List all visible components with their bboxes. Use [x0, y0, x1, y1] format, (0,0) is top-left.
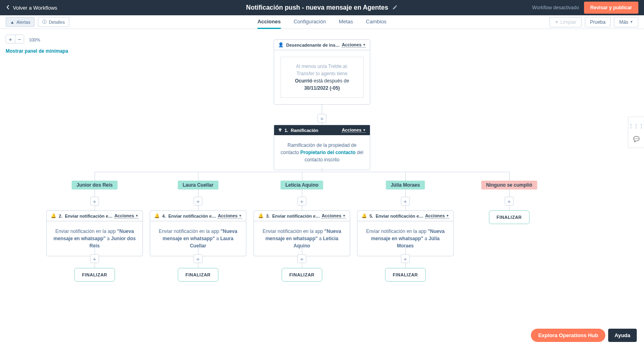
magic-icon: ✦	[555, 19, 559, 25]
connector	[509, 172, 510, 181]
grid-icon[interactable]: ⋮⋮⋮	[628, 123, 644, 129]
action-number: 2.	[59, 214, 62, 218]
bell-icon: 🔔	[361, 213, 367, 218]
connector	[95, 172, 95, 181]
add-step-button[interactable]: +	[90, 197, 99, 206]
action-title: Enviar notificación en la app	[376, 214, 425, 218]
connector	[198, 189, 198, 197]
trigger-condition: Al menos un/a Treble.ai: Transfer to age…	[287, 63, 357, 77]
trigger-node[interactable]: 👤 Desencadenante de inscripción… Accione…	[274, 39, 370, 105]
tab-acciones[interactable]: Acciones	[258, 15, 281, 29]
tab-metas[interactable]: Metas	[339, 15, 353, 29]
add-step-button[interactable]: +	[194, 254, 202, 263]
finalize-button[interactable]: FINALIZAR	[74, 268, 115, 282]
contact-icon: 👤	[278, 42, 284, 47]
bell-icon: 🔔	[154, 213, 160, 218]
trigger-actions-menu[interactable]: Acciones▼	[342, 42, 366, 47]
finalize-button[interactable]: FINALIZAR	[282, 268, 322, 282]
branch-label: Laura Cuellar	[178, 181, 219, 189]
action-number: 3.	[266, 214, 270, 218]
branch-label: Leticia Aquino	[281, 181, 323, 189]
action-actions-menu[interactable]: Acciones▼	[114, 213, 138, 218]
toolbar: ▲ Alertas ⓘ Detalles Acciones Configurac…	[0, 15, 644, 29]
alert-icon: ▲	[10, 20, 14, 25]
connector	[302, 263, 302, 268]
trigger-title: Desencadenante de inscripción…	[286, 43, 342, 47]
tabs: Acciones Configuración Metas Cambios	[258, 15, 387, 29]
action-actions-menu[interactable]: Acciones▼	[218, 213, 242, 218]
branch-actions-menu[interactable]: Acciones▼	[342, 128, 366, 133]
connector	[198, 172, 198, 181]
add-step-button[interactable]: +	[90, 254, 99, 263]
connector	[322, 168, 322, 172]
clear-button[interactable]: ✦ Limpiar	[549, 17, 581, 27]
action-actions-menu[interactable]: Acciones▼	[425, 213, 449, 218]
connector	[302, 206, 302, 210]
back-label: Volver a Workflows	[13, 5, 57, 11]
add-step-button[interactable]: +	[297, 197, 306, 206]
finalize-button[interactable]: FINALIZAR	[489, 210, 530, 224]
action-title: Enviar notificación en la app	[272, 214, 322, 218]
connector	[95, 247, 95, 254]
connector	[405, 247, 406, 254]
chevron-down-icon: ▼	[363, 43, 366, 47]
bell-icon: 🔔	[258, 213, 264, 218]
branch-icon: ♆	[278, 128, 282, 133]
connector	[198, 247, 198, 254]
add-step-button[interactable]: +	[297, 254, 306, 263]
alerts-label: Alertas	[17, 20, 30, 25]
finalize-button[interactable]: FINALIZAR	[178, 268, 219, 282]
page-title: Notificación push - nueva mensaje en Age…	[246, 4, 388, 11]
connector	[302, 172, 302, 181]
add-step-button[interactable]: +	[194, 197, 202, 206]
more-button[interactable]: Más ▼	[614, 17, 638, 27]
zoom-percent: 100%	[29, 37, 40, 42]
add-step-button[interactable]: +	[318, 114, 326, 123]
action-actions-menu[interactable]: Acciones▼	[322, 213, 346, 218]
finalize-button[interactable]: FINALIZAR	[385, 268, 426, 282]
details-label: Detalles	[49, 20, 65, 25]
add-step-button[interactable]: +	[505, 197, 514, 206]
workflow-canvas[interactable]: + − 100% Mostrar panel de minimapa 👤 Des…	[0, 29, 644, 343]
chevron-down-icon: ▼	[363, 128, 366, 132]
test-button[interactable]: Prueba	[585, 17, 611, 27]
app-header: Volver a Workflows Notificación push - n…	[0, 0, 644, 15]
branch-node[interactable]: ♆ 1. Ramificación Acciones▼ Ramificación…	[274, 125, 370, 170]
branch-title: Ramificación	[291, 128, 318, 133]
branch-property-link[interactable]: Propietario del contacto	[300, 150, 355, 155]
help-button[interactable]: Ayuda	[608, 329, 637, 342]
chevron-down-icon: ▼	[630, 20, 633, 24]
add-step-button[interactable]: +	[401, 254, 410, 263]
tab-configuracion[interactable]: Configuración	[293, 15, 326, 29]
tab-cambios[interactable]: Cambios	[366, 15, 386, 29]
zoom-in-button[interactable]: +	[6, 35, 15, 43]
connector	[509, 206, 510, 210]
info-icon: ⓘ	[42, 19, 47, 25]
more-label: Más	[619, 19, 628, 25]
explore-hub-button[interactable]: Explora Operations Hub	[531, 329, 605, 342]
branch-label: Junior dos Reis	[72, 181, 118, 189]
connector	[198, 206, 198, 210]
connector	[302, 189, 302, 197]
branch-label: Júlia Moraes	[386, 181, 425, 189]
add-step-button[interactable]: +	[401, 197, 410, 206]
connector	[302, 247, 302, 254]
connector	[95, 206, 95, 210]
publish-button[interactable]: Revisar y publicar	[584, 2, 638, 14]
back-link[interactable]: Volver a Workflows	[6, 5, 57, 11]
branch-number: 1.	[285, 128, 288, 133]
chevron-left-icon	[6, 5, 10, 11]
edit-title-icon[interactable]	[392, 4, 398, 11]
clear-label: Limpiar	[560, 19, 576, 25]
alerts-button[interactable]: ▲ Alertas	[6, 17, 35, 27]
minimap-toggle[interactable]: Mostrar panel de minimapa	[6, 48, 68, 54]
action-number: 5.	[369, 214, 373, 218]
side-rail: ⋮⋮⋮ 💬	[628, 117, 644, 148]
action-title: Enviar notificación en la app	[65, 214, 114, 218]
zoom-control: + −	[6, 35, 24, 43]
connector	[509, 189, 510, 197]
comment-icon[interactable]: 💬	[633, 136, 640, 142]
zoom-out-button[interactable]: −	[15, 35, 24, 43]
details-button[interactable]: ⓘ Detalles	[38, 17, 69, 27]
connector	[405, 206, 406, 210]
